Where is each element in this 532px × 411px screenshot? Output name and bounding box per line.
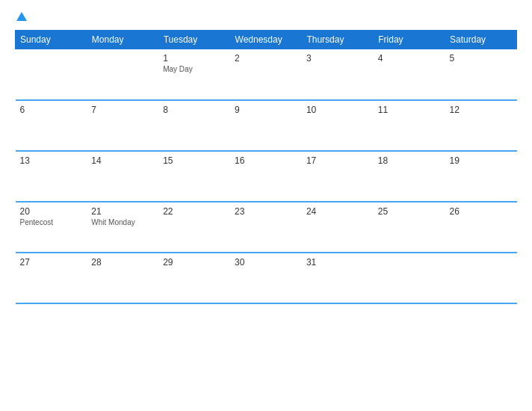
calendar-cell: 23 xyxy=(230,202,302,253)
calendar-cell: 5 xyxy=(445,49,517,100)
day-number: 18 xyxy=(378,155,441,166)
day-number: 21 xyxy=(91,206,154,217)
calendar-cell: 12 xyxy=(445,100,517,151)
calendar-cell: 6 xyxy=(16,100,87,151)
day-number: 15 xyxy=(163,155,226,166)
day-number: 27 xyxy=(20,257,83,268)
day-number: 31 xyxy=(306,257,369,268)
calendar-cell: 19 xyxy=(445,151,517,202)
day-number: 7 xyxy=(91,105,154,115)
logo xyxy=(15,13,27,22)
weekday-header-monday: Monday xyxy=(87,31,158,49)
calendar-cell: 24 xyxy=(302,202,374,253)
calendar-cell xyxy=(374,253,445,303)
calendar-cell: 25 xyxy=(374,202,445,253)
calendar-cell: 10 xyxy=(302,100,374,151)
calendar-cell: 4 xyxy=(374,49,445,100)
calendar-cell: 22 xyxy=(158,202,230,253)
calendar-cell: 3 xyxy=(302,49,374,100)
calendar-cell: 16 xyxy=(230,151,302,202)
calendar-cell: 7 xyxy=(87,100,158,151)
weekday-header-row: SundayMondayTuesdayWednesdayThursdayFrid… xyxy=(16,31,517,49)
calendar-cell: 27 xyxy=(16,253,87,303)
day-number: 1 xyxy=(163,53,226,64)
day-number: 28 xyxy=(91,257,154,268)
day-number: 23 xyxy=(235,206,297,217)
calendar-week-row: 1May Day2345 xyxy=(16,49,517,100)
calendar-cell: 1May Day xyxy=(158,49,230,100)
calendar-cell: 26 xyxy=(445,202,517,253)
calendar-cell: 20Pentecost xyxy=(16,202,87,253)
calendar-cell: 14 xyxy=(87,151,158,202)
calendar-cell xyxy=(87,49,158,100)
calendar-cell: 15 xyxy=(158,151,230,202)
day-number: 25 xyxy=(378,206,441,217)
day-number: 24 xyxy=(306,206,369,217)
calendar-cell: 8 xyxy=(158,100,230,151)
day-number: 12 xyxy=(450,105,513,115)
day-number: 13 xyxy=(20,155,83,166)
calendar-week-row: 2728293031 xyxy=(16,253,517,303)
calendar-header xyxy=(15,13,517,22)
calendar-cell: 2 xyxy=(230,49,302,100)
day-number: 26 xyxy=(450,206,513,217)
calendar-cell: 30 xyxy=(230,253,302,303)
holiday-label: Pentecost xyxy=(20,218,83,226)
day-number: 8 xyxy=(163,105,226,115)
calendar-cell: 31 xyxy=(302,253,374,303)
calendar-cell: 18 xyxy=(374,151,445,202)
day-number: 14 xyxy=(91,155,154,166)
day-number: 2 xyxy=(235,53,297,64)
day-number: 29 xyxy=(163,257,226,268)
day-number: 20 xyxy=(20,206,83,217)
weekday-header-wednesday: Wednesday xyxy=(230,31,302,49)
weekday-header-saturday: Saturday xyxy=(445,31,517,49)
calendar-week-row: 20Pentecost21Whit Monday2223242526 xyxy=(16,202,517,253)
day-number: 16 xyxy=(235,155,297,166)
day-number: 3 xyxy=(306,53,369,64)
calendar-cell: 9 xyxy=(230,100,302,151)
day-number: 10 xyxy=(306,105,369,115)
weekday-header-friday: Friday xyxy=(374,31,445,49)
day-number: 5 xyxy=(450,53,513,64)
day-number: 4 xyxy=(378,53,441,64)
holiday-label: May Day xyxy=(163,65,226,73)
day-number: 9 xyxy=(235,105,297,115)
day-number: 17 xyxy=(306,155,369,166)
day-number: 22 xyxy=(163,206,226,217)
calendar-cell xyxy=(445,253,517,303)
calendar-cell: 11 xyxy=(374,100,445,151)
calendar-cell: 17 xyxy=(302,151,374,202)
day-number: 19 xyxy=(450,155,513,166)
calendar-cell: 13 xyxy=(16,151,87,202)
calendar-table: SundayMondayTuesdayWednesdayThursdayFrid… xyxy=(15,30,517,304)
day-number: 6 xyxy=(20,105,83,115)
logo-triangle-icon xyxy=(16,12,27,21)
calendar-week-row: 13141516171819 xyxy=(16,151,517,202)
holiday-label: Whit Monday xyxy=(91,218,154,226)
day-number: 30 xyxy=(235,257,297,268)
weekday-header-thursday: Thursday xyxy=(302,31,374,49)
calendar-cell xyxy=(16,49,87,100)
calendar-cell: 28 xyxy=(87,253,158,303)
calendar-cell: 29 xyxy=(158,253,230,303)
calendar-week-row: 6789101112 xyxy=(16,100,517,151)
weekday-header-sunday: Sunday xyxy=(16,31,87,49)
calendar-cell: 21Whit Monday xyxy=(87,202,158,253)
day-number: 11 xyxy=(378,105,441,115)
weekday-header-tuesday: Tuesday xyxy=(158,31,230,49)
